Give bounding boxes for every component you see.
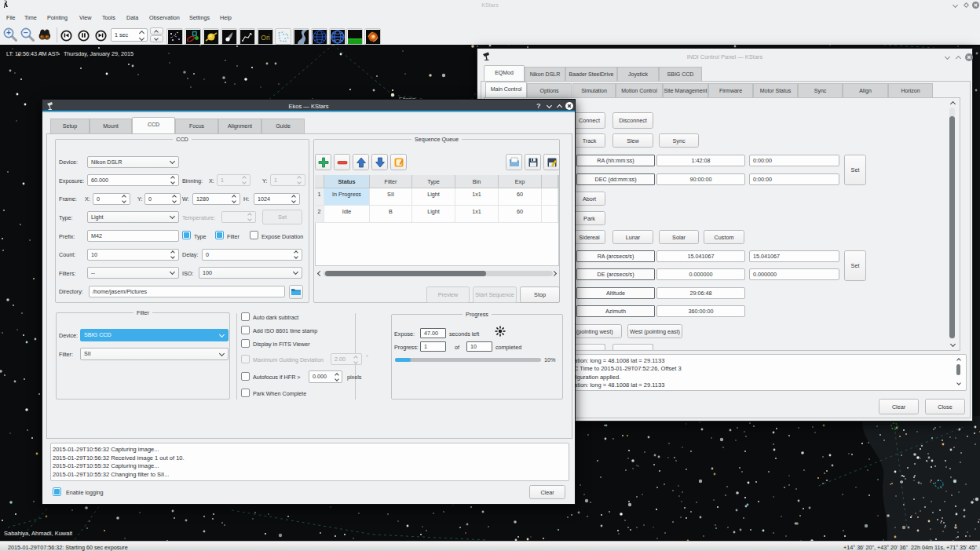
svg-text:Ori: Ori xyxy=(261,33,269,41)
svg-text:+: + xyxy=(6,28,11,37)
svg-text:−: − xyxy=(24,28,28,37)
